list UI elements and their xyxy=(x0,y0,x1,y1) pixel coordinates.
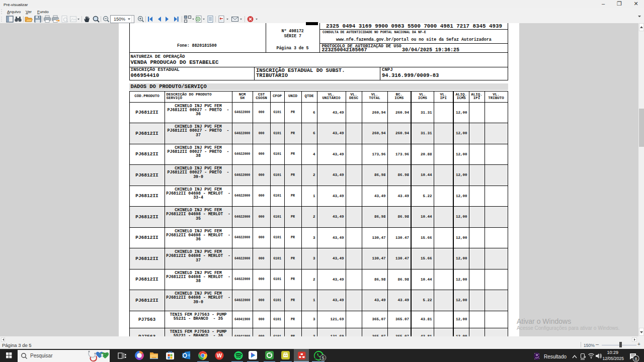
svg-text:12/05/2025: 12/05/2025 xyxy=(602,355,624,360)
svg-text:5: 5 xyxy=(322,355,325,360)
svg-text:Resultado: Resultado xyxy=(544,353,567,359)
svg-text:W: W xyxy=(217,352,222,358)
svg-text:Pesquisar: Pesquisar xyxy=(30,353,53,358)
svg-text:10:29: 10:29 xyxy=(607,350,618,355)
svg-text:150%: 150% xyxy=(114,17,125,22)
svg-text:8: 8 xyxy=(634,356,637,361)
